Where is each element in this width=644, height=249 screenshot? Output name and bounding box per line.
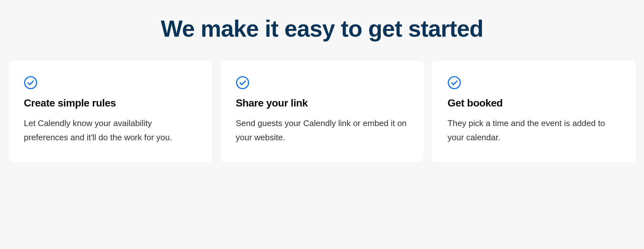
card-description: They pick a time and the event is added … <box>447 116 620 144</box>
card-description: Send guests your Calendly link or embed … <box>236 116 409 144</box>
svg-point-2 <box>448 77 460 89</box>
check-circle-icon <box>447 76 620 89</box>
svg-point-0 <box>25 77 37 89</box>
card-description: Let Calendly know your availability pref… <box>24 116 197 144</box>
feature-card-create-rules: Create simple rules Let Calendly know yo… <box>8 60 212 162</box>
cards-row: Create simple rules Let Calendly know yo… <box>8 60 636 162</box>
feature-card-share-link: Share your link Send guests your Calendl… <box>220 60 424 162</box>
card-title: Get booked <box>447 97 620 109</box>
check-circle-icon <box>24 76 197 89</box>
svg-point-1 <box>236 77 248 89</box>
feature-card-get-booked: Get booked They pick a time and the even… <box>432 60 636 162</box>
card-title: Share your link <box>236 97 409 109</box>
card-title: Create simple rules <box>24 97 197 109</box>
check-circle-icon <box>236 76 409 89</box>
section-heading: We make it easy to get started <box>8 15 636 42</box>
section-container: We make it easy to get started Create si… <box>0 0 644 162</box>
